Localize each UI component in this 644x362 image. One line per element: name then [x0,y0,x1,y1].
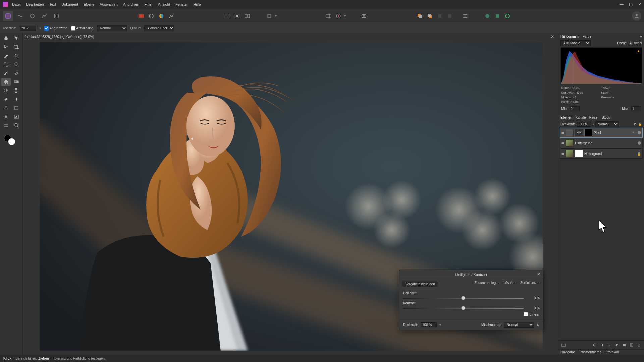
circle-tool-icon[interactable] [147,12,156,20]
layer-mask[interactable] [584,129,592,136]
menu-fenster[interactable]: Fenster [175,2,188,6]
dropdown-arrow-icon[interactable]: ▾ [275,14,277,18]
layer-name[interactable]: Hintergrund [575,141,592,145]
color-tab[interactable]: Farbe [583,35,591,38]
linear-checkbox[interactable]: Linear [524,312,540,316]
arrange-b-icon[interactable] [445,12,454,20]
snapshot-icon[interactable] [360,12,368,20]
menu-text[interactable]: Text [49,2,56,6]
layer-name[interactable]: Hintergrund [584,152,602,156]
menu-ebene[interactable]: Ebene [84,2,94,6]
layer-lock-icon[interactable]: 🔒 [638,122,642,126]
frame-text-tool[interactable]: A [12,113,21,121]
hand-tool[interactable] [1,34,11,42]
layer-row[interactable]: ▦ Hintergrund [560,138,643,148]
smudge-tool[interactable] [12,95,21,103]
edit-icon[interactable]: ✎ [632,131,635,134]
menu-anordnen[interactable]: Anordnen [123,2,139,6]
menu-ansicht[interactable]: Ansicht [158,2,170,6]
reset-button[interactable]: Zurücksetzen [520,281,540,287]
close-tab-icon[interactable]: ✕ [551,34,554,39]
flood-select-tool[interactable] [12,52,21,60]
contrast-slider[interactable] [403,308,524,309]
selection-brush-tool[interactable] [1,52,11,60]
add-layer-icon[interactable] [629,342,635,348]
selection-b-icon[interactable] [233,12,241,20]
layer-mask[interactable] [575,150,583,157]
selection-a-icon[interactable] [223,12,231,20]
stock-tab[interactable]: Stock [602,116,610,119]
max-input[interactable] [631,106,641,111]
menu-dokument[interactable]: Dokument [61,2,78,6]
histogram-tab[interactable]: Histogramm [560,35,579,38]
swatch-red-icon[interactable] [137,12,146,20]
marquee-tool[interactable] [1,60,11,68]
dropdown-arrow-icon[interactable]: ▾ [344,14,346,18]
brushes-tab[interactable]: Pinsel [589,116,598,119]
blend-select[interactable]: Normal [595,121,619,127]
healing-tool[interactable] [1,95,11,103]
fill-tool[interactable] [1,78,11,86]
visibility-toggle[interactable] [638,131,641,134]
dlg-opacity-input[interactable] [421,322,437,327]
source-select[interactable]: Aktuelle Ebene [144,25,174,31]
zoom-tool[interactable] [12,121,21,129]
layer-thumbnail[interactable] [566,129,574,136]
dropdown-arrow-icon[interactable]: ▾ [439,323,441,327]
close-icon[interactable]: ✕ [638,2,641,7]
menu-bearbeiten[interactable]: Bearbeiten [26,2,44,6]
layer-thumbnail[interactable] [566,139,574,147]
quick-mask-icon[interactable] [265,12,274,20]
erase-tool[interactable] [12,69,21,77]
account-button[interactable] [632,11,641,21]
arrange-back-icon[interactable] [425,12,434,20]
text-tool[interactable] [1,113,11,121]
develop-persona-button[interactable] [27,11,38,21]
layer-thumbnail[interactable] [566,150,574,157]
layer-row[interactable]: ▦ Hintergrund 🔒 [560,148,643,159]
sync-c-icon[interactable] [503,12,512,20]
dlg-blend-select[interactable]: Normal [504,322,534,328]
gear-icon[interactable]: ⚙ [537,323,540,327]
transform-tab[interactable]: Transformieren [579,350,601,354]
photo-persona-button[interactable] [3,11,13,21]
visibility-toggle[interactable] [638,141,641,145]
document-tab[interactable]: fashion-6146328_1920.jpg [Geändert] (75,… [25,35,94,39]
protokoll-tab[interactable]: Protokoll [605,350,619,354]
auswahl-button[interactable]: Auswahl [629,41,642,45]
adjustment-icon[interactable] [575,129,583,136]
fx-layer-icon[interactable]: fx [606,342,612,348]
maximize-icon[interactable]: ▢ [629,2,633,7]
layer-settings-icon[interactable]: ⚙ [634,122,637,126]
tolerance-input[interactable] [20,26,36,31]
brightness-slider[interactable] [403,298,524,299]
delete-button[interactable]: Löschen [503,281,516,287]
layers-tab[interactable]: Ebenen [560,116,572,119]
move-tool[interactable] [12,34,21,42]
crop-tool[interactable] [12,43,21,51]
sync-b-icon[interactable] [493,12,502,20]
contiguous-checkbox[interactable]: Angrenzend [44,26,68,31]
blend-mode-select[interactable]: Normal [97,25,127,31]
layer-row[interactable]: ▦ Pixel ✎ [560,128,643,138]
antialias-checkbox[interactable]: Antialiasing [71,26,94,31]
layer-name[interactable]: Pixel [594,131,601,135]
dropdown-arrow-icon[interactable]: ▾ [39,26,41,30]
ebene-button[interactable]: Ebene [617,41,627,45]
channel-select[interactable]: Alle Kanäle [560,40,591,46]
color-wheel-icon[interactable] [157,12,166,20]
gradient-tool[interactable] [12,78,21,86]
target-icon[interactable] [334,12,343,20]
arrange-front-icon[interactable] [415,12,424,20]
panel-menu-icon[interactable]: ≡ [640,35,642,38]
merge-button[interactable]: Zusammenlegen [475,281,499,287]
dropdown-arrow-icon[interactable]: ▾ [592,122,594,126]
clone-tool[interactable] [12,86,21,95]
mask-layer-icon[interactable] [592,342,598,348]
delete-layer-icon[interactable] [636,342,642,348]
channels-tab[interactable]: Kanäle [575,116,586,119]
live-filter-icon[interactable] [614,342,620,348]
menu-datei[interactable]: Datei [12,2,21,6]
selection-c-icon[interactable] [243,12,252,20]
add-preset-button[interactable]: Vorgabe hinzufügen [402,281,438,287]
